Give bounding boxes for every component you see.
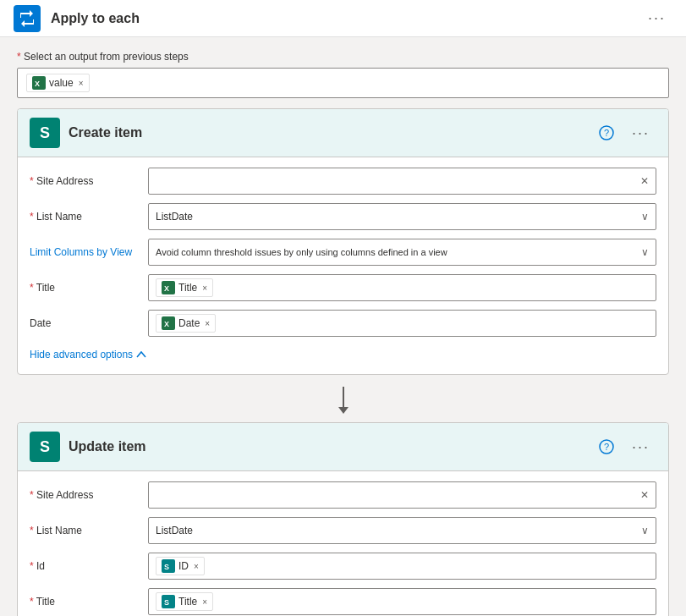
create-item-card: S Create item ? ··· * Site Addr xyxy=(17,108,669,375)
value-token[interactable]: X value × xyxy=(26,74,90,92)
create-date-label: Date xyxy=(30,317,140,329)
update-id-label: * Id xyxy=(30,560,140,572)
create-site-address-label: * Site Address xyxy=(30,175,140,187)
create-site-address-clear[interactable]: ✕ xyxy=(640,175,649,187)
update-list-name-row: * List Name ListDate ∨ xyxy=(30,517,656,544)
create-title-token-text: Title xyxy=(178,282,197,294)
update-title-input[interactable]: S Title × xyxy=(148,588,656,615)
header-more-button[interactable]: ··· xyxy=(641,6,672,30)
create-list-name-dropdown[interactable]: ListDate ∨ xyxy=(148,203,656,230)
update-item-header: S Update item ? ··· xyxy=(18,423,668,471)
update-item-more-button[interactable]: ··· xyxy=(625,435,656,459)
update-item-body: * Site Address ✕ * List Name ListDate ∨ xyxy=(18,471,668,616)
select-output-label: * Select an output from previous steps xyxy=(17,51,669,63)
update-item-icon: S xyxy=(30,432,60,462)
value-token-close[interactable]: × xyxy=(79,79,84,88)
excel-token-icon: X xyxy=(32,76,46,90)
create-limit-columns-value: Avoid column threshold issues by only us… xyxy=(156,247,641,257)
update-list-name-dropdown[interactable]: ListDate ∨ xyxy=(148,517,656,544)
create-title-row: * Title X Title × xyxy=(30,274,656,301)
update-list-name-value: ListDate xyxy=(156,525,193,536)
create-item-body: * Site Address ✕ * List Name ListDate ∨ xyxy=(18,157,668,374)
create-limit-columns-dropdown[interactable]: Avoid column threshold issues by only us… xyxy=(148,239,656,266)
update-id-input[interactable]: S ID × xyxy=(148,553,656,580)
update-site-address-clear[interactable]: ✕ xyxy=(640,489,649,501)
create-site-address-input[interactable]: ✕ xyxy=(148,168,656,195)
create-item-actions: ? ··· xyxy=(596,121,656,146)
update-title-row: * Title S Title × xyxy=(30,588,656,615)
create-date-token[interactable]: X Date × xyxy=(156,314,216,333)
create-date-token-text: Date xyxy=(178,317,200,329)
update-site-address-label: * Site Address xyxy=(30,489,140,501)
update-title-token-close[interactable]: × xyxy=(202,597,207,607)
update-title-token-text: Title xyxy=(178,596,197,608)
create-date-input[interactable]: X Date × xyxy=(148,310,656,337)
arrow-connector xyxy=(17,378,669,422)
update-site-address-input[interactable]: ✕ xyxy=(148,481,656,509)
update-title-label: * Title xyxy=(30,596,140,608)
update-title-token[interactable]: S Title × xyxy=(156,592,213,611)
create-item-icon: S xyxy=(30,118,60,148)
create-list-name-label: * List Name xyxy=(30,211,140,223)
create-item-title: Create item xyxy=(69,125,588,140)
svg-text:X: X xyxy=(35,80,40,88)
arrow-head xyxy=(338,407,348,414)
update-item-title: Update item xyxy=(69,439,588,454)
create-title-token[interactable]: X Title × xyxy=(156,278,213,297)
value-token-text: value xyxy=(49,77,74,89)
page-title: Apply to each xyxy=(51,11,631,26)
create-item-header: S Create item ? ··· xyxy=(18,109,668,157)
create-limit-columns-label: Limit Columns by View xyxy=(30,246,140,258)
create-title-input[interactable]: X Title × xyxy=(148,274,656,301)
create-list-name-arrow: ∨ xyxy=(641,211,649,223)
create-list-name-row: * List Name ListDate ∨ xyxy=(30,203,656,230)
create-date-token-close[interactable]: × xyxy=(205,319,210,328)
arrow-shaft xyxy=(343,387,344,407)
arrow-line xyxy=(338,387,348,414)
svg-text:X: X xyxy=(164,284,169,293)
apply-to-each-header: Apply to each ··· xyxy=(0,0,686,37)
update-id-token-text: ID xyxy=(178,560,189,572)
select-output-section: * Select an output from previous steps X… xyxy=(17,51,669,98)
create-limit-columns-arrow: ∨ xyxy=(641,246,649,258)
update-title-sharepoint-icon: S xyxy=(162,595,175,608)
chevron-up-icon xyxy=(136,349,146,360)
update-item-actions: ? ··· xyxy=(596,435,656,459)
update-item-card: S Update item ? ··· * Site Addr xyxy=(17,422,669,616)
create-list-name-value: ListDate xyxy=(156,211,193,223)
create-limit-columns-row: Limit Columns by View Avoid column thres… xyxy=(30,239,656,266)
select-output-input[interactable]: X value × xyxy=(17,68,669,98)
create-title-token-close[interactable]: × xyxy=(202,283,207,293)
svg-text:S: S xyxy=(164,563,169,571)
create-date-row: Date X Date × xyxy=(30,310,656,337)
create-item-more-button[interactable]: ··· xyxy=(625,121,656,146)
svg-text:X: X xyxy=(164,320,169,328)
update-id-token-close[interactable]: × xyxy=(194,562,199,571)
update-list-name-arrow: ∨ xyxy=(641,525,649,536)
svg-text:?: ? xyxy=(604,442,609,452)
create-item-help-button[interactable]: ? xyxy=(596,123,617,143)
update-site-address-row: * Site Address ✕ xyxy=(30,481,656,509)
hide-advanced-label: Hide advanced options xyxy=(30,349,133,360)
update-id-token[interactable]: S ID × xyxy=(156,557,205,575)
create-site-address-row: * Site Address ✕ xyxy=(30,168,656,195)
svg-text:S: S xyxy=(164,598,169,607)
create-title-label: * Title xyxy=(30,282,140,294)
update-item-help-button[interactable]: ? xyxy=(596,437,617,457)
create-date-excel-icon: X xyxy=(162,316,175,330)
svg-text:?: ? xyxy=(604,128,609,138)
loop-icon xyxy=(14,5,41,32)
hide-advanced-button[interactable]: Hide advanced options xyxy=(30,345,146,364)
update-id-row: * Id S ID × xyxy=(30,553,656,580)
create-title-excel-icon: X xyxy=(162,281,175,294)
update-id-sharepoint-icon: S xyxy=(162,559,175,573)
update-list-name-label: * List Name xyxy=(30,525,140,536)
